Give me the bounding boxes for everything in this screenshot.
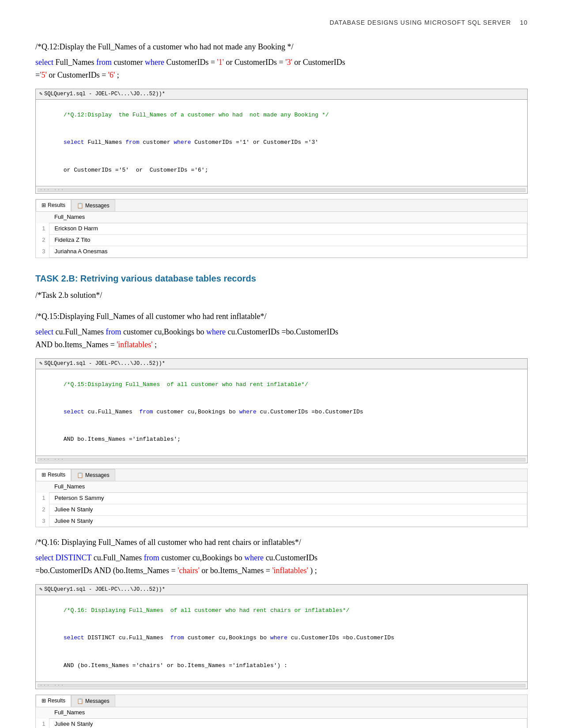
q12-messages-icon: 📋 bbox=[77, 202, 83, 210]
q15-scrollbar-track[interactable]: ··· ··· bbox=[38, 458, 525, 462]
q16-val1: 'chairs' bbox=[178, 566, 199, 575]
q16-tables: customer cu,Bookings bo bbox=[161, 553, 244, 562]
q16-code-line1: select DISTINCT cu.Full_Names from custo… bbox=[35, 553, 317, 562]
q12-editor-title-text: SQLQuery1.sql - JOEL-PC\...\JO...52))* bbox=[44, 90, 165, 98]
q15-kw-where: where bbox=[206, 327, 226, 336]
q15-scrollbar-dots: ··· ··· bbox=[38, 456, 64, 463]
q12-val3: '5' bbox=[40, 71, 47, 79]
q12-tab-results[interactable]: ⊞ Results bbox=[36, 199, 71, 211]
q16-comment: /*Q.16: Displaying Full_Names of all cus… bbox=[35, 536, 528, 549]
q12-results-section: ⊞ Results 📋 Messages Full_Names 1Erickso… bbox=[35, 199, 528, 258]
q16-col-fullnames: Full_Names bbox=[49, 707, 527, 718]
q12-editor-line3: or CustomerIDs ='5' or CustomerIDs ='6'; bbox=[43, 157, 524, 184]
q12-code-line2: ='5' or CustomerIDs = '6' ; bbox=[35, 71, 119, 79]
q12-sql-editor: ✎ SQLQuery1.sql - JOEL-PC\...\JO...52))*… bbox=[35, 89, 528, 194]
table-row: 3Juriahna A Onesmas bbox=[36, 246, 527, 257]
q16-tab-messages[interactable]: 📋 Messages bbox=[71, 695, 115, 707]
q12-results-tabs: ⊞ Results 📋 Messages bbox=[36, 199, 527, 212]
page-header: DATABASE DESIGNS USING MICROSOFT SQL SER… bbox=[35, 18, 528, 27]
q15-editor-body[interactable]: /*Q.15:Displaying Full_Names of all cust… bbox=[36, 369, 527, 456]
q15-code-line1: select cu.Full_Names from customer cu,Bo… bbox=[35, 327, 338, 336]
table-row: 1Erickson D Harm bbox=[36, 223, 527, 235]
q12-val2: '3' bbox=[285, 58, 292, 67]
q15-code: select cu.Full_Names from customer cu,Bo… bbox=[35, 326, 528, 351]
q15-editor-icon: ✎ bbox=[39, 360, 42, 368]
q15-col-fullnames: Full_Names bbox=[49, 481, 527, 492]
q16-kw-select: select bbox=[35, 553, 53, 562]
q16-and1: =bo.CustomerIDs AND (bo.Items_Names = bbox=[35, 566, 176, 575]
q15-results-section: ⊞ Results 📋 Messages Full_Names 1Peterso… bbox=[35, 469, 528, 527]
table-row: 3Juliee N Stanly bbox=[36, 515, 527, 527]
q15-grid-icon: ⊞ bbox=[42, 471, 46, 479]
q15-scrollbar[interactable]: ··· ··· bbox=[36, 456, 527, 463]
q16-sql-editor: ✎ SQLQuery1.sql - JOEL-PC\...\JO...52))*… bbox=[35, 584, 528, 689]
row-num: 1 bbox=[36, 719, 49, 728]
q16-or: or bo.Items_Names = bbox=[201, 566, 270, 575]
q15-code-line2: AND bo.Items_Names = 'inflatables' ; bbox=[35, 340, 157, 349]
q15-sql-editor: ✎ SQLQuery1.sql - JOEL-PC\...\JO...52))*… bbox=[35, 358, 528, 463]
q12-tab-results-label: Results bbox=[48, 201, 65, 210]
q15-comment-text: /*Q.15:Displaying Full_Names of all cust… bbox=[35, 312, 266, 321]
q12-code-line1: select Full_Names from customer where Cu… bbox=[35, 58, 345, 67]
q16-tab-results[interactable]: ⊞ Results bbox=[36, 695, 71, 707]
table-row: 2Juliee N Stanly bbox=[36, 504, 527, 515]
q15-kw-select: select bbox=[35, 327, 53, 336]
q12-tab-messages[interactable]: 📋 Messages bbox=[71, 199, 115, 211]
row-num: 3 bbox=[36, 515, 49, 527]
q12-or1: or CustomerIDs = bbox=[226, 58, 283, 67]
q16-grid-icon: ⊞ bbox=[42, 697, 46, 705]
q12-editor-icon: ✎ bbox=[39, 90, 42, 98]
cell-fullname: Fideliza Z Tito bbox=[49, 234, 527, 246]
q15-col-rownum bbox=[36, 481, 49, 492]
task2b-heading: TASK 2.B: Retriving various database tab… bbox=[35, 271, 528, 285]
q15-and: AND bo.Items_Names = bbox=[35, 340, 115, 349]
q15-editor-title: ✎ SQLQuery1.sql - JOEL-PC\...\JO...52))* bbox=[36, 359, 527, 369]
q16-code: select DISTINCT cu.Full_Names from custo… bbox=[35, 552, 528, 577]
q16-scrollbar[interactable]: ··· ··· bbox=[36, 682, 527, 689]
q16-scrollbar-dots: ··· ··· bbox=[38, 682, 64, 689]
cell-fullname: Juliee N Stanly bbox=[49, 504, 527, 515]
q12-scrollbar[interactable]: ··· ··· bbox=[36, 186, 527, 193]
q16-col-rownum bbox=[36, 707, 49, 718]
q12-tab-messages-label: Messages bbox=[85, 202, 110, 210]
q15-editor-line1: /*Q.15:Displaying Full_Names of all cust… bbox=[43, 371, 524, 398]
row-num: 3 bbox=[36, 246, 49, 257]
q12-col-fullnames: Full_Names bbox=[49, 212, 527, 223]
kw-where: where bbox=[145, 58, 164, 67]
q12-or3: or CustomerIDs = bbox=[49, 71, 106, 79]
q12-scrollbar-track[interactable]: ··· ··· bbox=[38, 188, 525, 192]
header-title: DATABASE DESIGNS USING MICROSOFT SQL SER… bbox=[329, 18, 511, 27]
row-num: 2 bbox=[36, 234, 49, 246]
q12-editor-line1: /*Q.12:Display the Full_Names of a custo… bbox=[43, 101, 524, 129]
q12-end: ; bbox=[117, 71, 119, 79]
page-number: 10 bbox=[520, 18, 528, 27]
q16-kw-distinct: DISTINCT bbox=[55, 553, 91, 562]
q15-cond1: cu.CustomerIDs =bo.CustomerIDs bbox=[227, 327, 338, 336]
q15-tables: customer cu,Bookings bo bbox=[123, 327, 206, 336]
q15-tab-results[interactable]: ⊞ Results bbox=[36, 469, 71, 481]
q16-editor-icon: ✎ bbox=[39, 585, 42, 594]
q15-val1: 'inflatables' bbox=[117, 340, 152, 349]
q15-tab-results-label: Results bbox=[48, 471, 65, 479]
cell-fullname: Erickson D Harm bbox=[49, 223, 527, 235]
q12-cond1: CustomerIDs = bbox=[166, 58, 215, 67]
q16-editor-line2: select DISTINCT cu.Full_Names from custo… bbox=[43, 624, 524, 652]
q12-code: select Full_Names from customer where Cu… bbox=[35, 56, 528, 82]
table-row: 2Fideliza Z Tito bbox=[36, 234, 527, 246]
q16-scrollbar-track[interactable]: ··· ··· bbox=[38, 684, 525, 687]
cell-fullname: Peterson S Sammy bbox=[49, 493, 527, 504]
q12-customer: customer bbox=[113, 58, 144, 67]
q12-comment: /*Q.12:Display the Full_Names of a custo… bbox=[35, 41, 528, 53]
q12-col-rownum bbox=[36, 212, 49, 223]
q12-val1: '1' bbox=[217, 58, 224, 67]
q12-editor-title: ✎ SQLQuery1.sql - JOEL-PC\...\JO...52))* bbox=[36, 89, 527, 100]
q16-val2: 'inflatables' bbox=[272, 566, 308, 575]
q16-editor-body[interactable]: /*Q.16: Displaying Full_Names of all cus… bbox=[36, 595, 527, 682]
q15-tab-messages[interactable]: 📋 Messages bbox=[71, 469, 115, 481]
q15-messages-icon: 📋 bbox=[77, 471, 83, 480]
q16-editor-line1: /*Q.16: Displaying Full_Names of all cus… bbox=[43, 597, 524, 624]
q12-editor-line2: select Full_Names from customer where Cu… bbox=[43, 129, 524, 156]
q12-or2: or CustomerIDs bbox=[294, 58, 345, 67]
q12-val4: '6' bbox=[108, 71, 115, 79]
q12-editor-body[interactable]: /*Q.12:Display the Full_Names of a custo… bbox=[36, 100, 527, 186]
